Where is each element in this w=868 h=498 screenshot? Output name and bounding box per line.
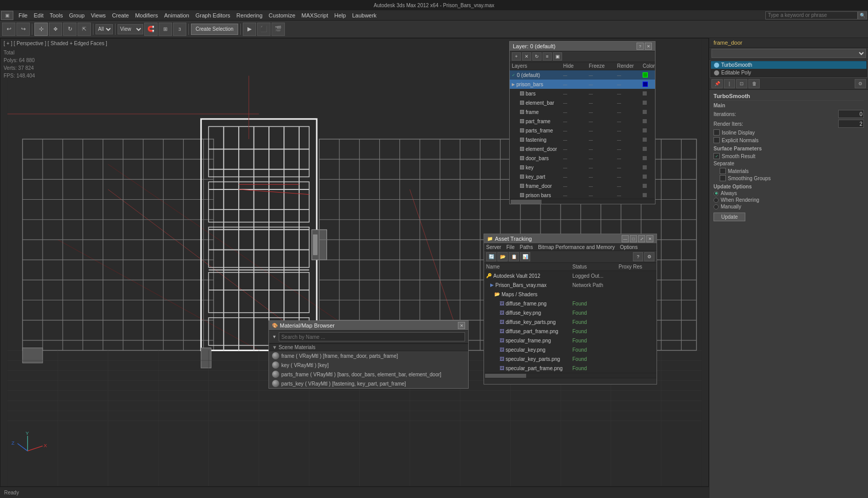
toolbar-btn-select[interactable]: ⊹ — [34, 23, 48, 36]
toolbar-btn-undo[interactable]: ↩ — [2, 23, 15, 36]
toolbar-btn-render3[interactable]: 🎬 — [272, 23, 285, 36]
when-rendering-radio[interactable] — [713, 198, 719, 203]
make-unique-btn[interactable]: ⊡ — [736, 79, 747, 88]
show-end-result-btn[interactable]: | — [724, 79, 735, 88]
layer-refresh-btn[interactable]: ↻ — [532, 52, 542, 61]
menu-rendering[interactable]: Rendering — [234, 11, 266, 20]
asset-row-diffuse-key[interactable]: 🖼 diffuse_key.png Found — [484, 308, 657, 317]
toolbar-btn-magnet[interactable]: 🧲 — [144, 23, 158, 36]
smooth-result-checkbox[interactable]: ✓ — [713, 153, 720, 159]
asset-menu-paths[interactable]: Paths — [520, 244, 533, 250]
menu-customize[interactable]: Customize — [265, 11, 298, 20]
menu-laubwerk[interactable]: Laubwerk — [349, 11, 380, 20]
asset-row-diffuse-key-parts[interactable]: 🖼 diffuse_key_parts.png Found — [484, 317, 657, 327]
asset-menu-bitmap[interactable]: Bitmap Performance and Memory — [538, 244, 615, 250]
app-logo[interactable]: ▣ — [1, 11, 13, 20]
mat-item-key[interactable]: key ( VRayMtl ) [key] — [269, 360, 468, 370]
asset-help-btn[interactable]: ? — [633, 252, 643, 261]
asset-expand-btn[interactable]: ⤢ — [638, 235, 645, 242]
layer-row-element-bar[interactable]: element_bar ——— — [510, 98, 655, 107]
asset-tool-2[interactable]: 📂 — [497, 252, 508, 261]
modifier-config-btn[interactable]: ⚙ — [855, 79, 866, 88]
remove-modifier-btn[interactable]: 🗑 — [748, 79, 760, 88]
asset-row-vault[interactable]: 🔑 Autodesk Vault 2012 Logged Out... — [484, 271, 657, 280]
layer-row-part-frame[interactable]: part_frame ——— — [510, 117, 655, 126]
toolbar-btn-redo[interactable]: ↪ — [16, 23, 30, 36]
toolbar-btn-snap[interactable]: ⊞ — [159, 23, 172, 36]
asset-row-diffuse-part-frame[interactable]: 🖼 diffuse_part_frame.png Found — [484, 327, 657, 336]
asset-settings-btn[interactable]: ⚙ — [644, 252, 654, 261]
layer-row-key-part[interactable]: key_part ——— — [510, 172, 655, 181]
layer-select-btn[interactable]: ▣ — [553, 52, 562, 61]
asset-row-maps[interactable]: 📂 Maps / Shaders — [484, 290, 657, 299]
iterations-input[interactable] — [838, 110, 864, 118]
materials-checkbox[interactable] — [720, 168, 726, 174]
layer-sort-btn[interactable]: ≡ — [543, 52, 552, 61]
toolbar-btn-snap3[interactable]: 3 — [173, 23, 186, 36]
asset-menu-options[interactable]: Options — [620, 244, 638, 250]
menu-graph-editors[interactable]: Graph Editors — [192, 11, 234, 20]
mat-item-frame[interactable]: frame ( VRayMtl ) [frame, frame_door, pa… — [269, 351, 468, 360]
menu-animation[interactable]: Animation — [161, 11, 192, 20]
render-iters-input[interactable] — [838, 120, 864, 128]
layer-row-default[interactable]: ✓ 0 (default) — — — — [510, 70, 655, 80]
layer-row-frame-door[interactable]: frame_door ——— — [510, 181, 655, 190]
update-button[interactable]: Update — [713, 213, 745, 221]
asset-row-spec-key-parts[interactable]: 🖼 specular_key_parts.png Found — [484, 354, 657, 363]
toolbar-btn-render1[interactable]: ▶ — [243, 23, 256, 36]
asset-minimize-btn[interactable]: — — [622, 235, 629, 242]
asset-row-spec-frame[interactable]: 🖼 specular_frame.png Found — [484, 336, 657, 345]
menu-file[interactable]: File — [15, 11, 31, 20]
layer-row-bars[interactable]: bars ——— — [510, 89, 655, 98]
asset-tool-3[interactable]: 📋 — [509, 252, 519, 261]
explicit-normals-checkbox[interactable] — [713, 137, 720, 143]
search-dropdown-arrow[interactable]: ▼ — [272, 334, 277, 339]
pin-btn[interactable]: 📌 — [711, 79, 723, 88]
layer-row-element-door[interactable]: element_door ——— — [510, 144, 655, 154]
layer-row-frame[interactable]: frame ——— — [510, 107, 655, 117]
layer-row-door-bars[interactable]: door_bars ——— — [510, 154, 655, 163]
mat-search-input[interactable] — [279, 332, 465, 341]
menu-tools[interactable]: Tools — [47, 11, 66, 20]
menu-edit[interactable]: Edit — [31, 11, 47, 20]
create-selection-btn[interactable]: Create Selection — [191, 24, 238, 35]
asset-menu-file[interactable]: File — [506, 244, 514, 250]
asset-tool-1[interactable]: 🔄 — [486, 252, 496, 261]
layer-row-prison-bars-child[interactable]: prison bars ——— — [510, 190, 655, 199]
search-input[interactable] — [765, 11, 858, 20]
layer-close-btn[interactable]: ✕ — [645, 43, 652, 50]
asset-row-maxfile[interactable]: ▶ Prison_Bars_vray.max Network Path — [484, 280, 657, 290]
search-icon[interactable]: 🔍 — [858, 11, 867, 20]
mat-item-parts-key[interactable]: parts_key ( VRayMtl ) [fastening, key_pa… — [269, 379, 468, 388]
asset-row-diffuse-frame[interactable]: 🖼 diffuse_frame.png Found — [484, 299, 657, 308]
menu-group[interactable]: Group — [66, 11, 88, 20]
layer-row-fastening[interactable]: fastening ——— — [510, 135, 655, 144]
asset-hscrollbar[interactable] — [484, 373, 657, 378]
modifier-item-turbosmooth[interactable]: TurboSmooth — [711, 61, 866, 69]
asset-row-spec-key[interactable]: 🖼 specular_key.png Found — [484, 345, 657, 354]
isoline-checkbox[interactable] — [713, 129, 720, 136]
layer-new-btn[interactable]: + — [512, 52, 521, 61]
asset-close-btn[interactable]: ✕ — [646, 235, 653, 242]
menu-views[interactable]: Views — [88, 11, 109, 20]
asset-row-spec-part-frame[interactable]: 🖼 specular_part_frame.png Found — [484, 363, 657, 373]
toolbar-btn-move[interactable]: ✥ — [49, 23, 62, 36]
layer-row-parts-frame[interactable]: parts_frame ——— — [510, 126, 655, 135]
toolbar-btn-rotate[interactable]: ↻ — [63, 23, 76, 36]
modifier-list-dropdown[interactable]: Modifier List — [711, 49, 866, 58]
all-dropdown[interactable]: All — [95, 24, 113, 34]
toolbar-btn-scale[interactable]: ⇱ — [78, 23, 91, 36]
layer-row-key[interactable]: key ——— — [510, 163, 655, 172]
menu-help[interactable]: Help — [331, 11, 349, 20]
asset-tool-4[interactable]: 📊 — [520, 252, 530, 261]
toolbar-btn-render2[interactable]: ⬛ — [257, 23, 271, 36]
mat-close-btn[interactable]: ✕ — [458, 322, 465, 329]
menu-modifiers[interactable]: Modifiers — [132, 11, 161, 20]
layer-row-prison-bars[interactable]: ▶ prison_bars — — — — [510, 80, 655, 89]
asset-restore-btn[interactable]: □ — [630, 235, 637, 242]
asset-menu-server[interactable]: Server — [486, 244, 501, 250]
layer-scrollbar[interactable] — [510, 199, 655, 204]
layer-help-btn[interactable]: ? — [636, 43, 644, 50]
smoothing-groups-checkbox[interactable] — [720, 175, 726, 181]
menu-create[interactable]: Create — [109, 11, 132, 20]
